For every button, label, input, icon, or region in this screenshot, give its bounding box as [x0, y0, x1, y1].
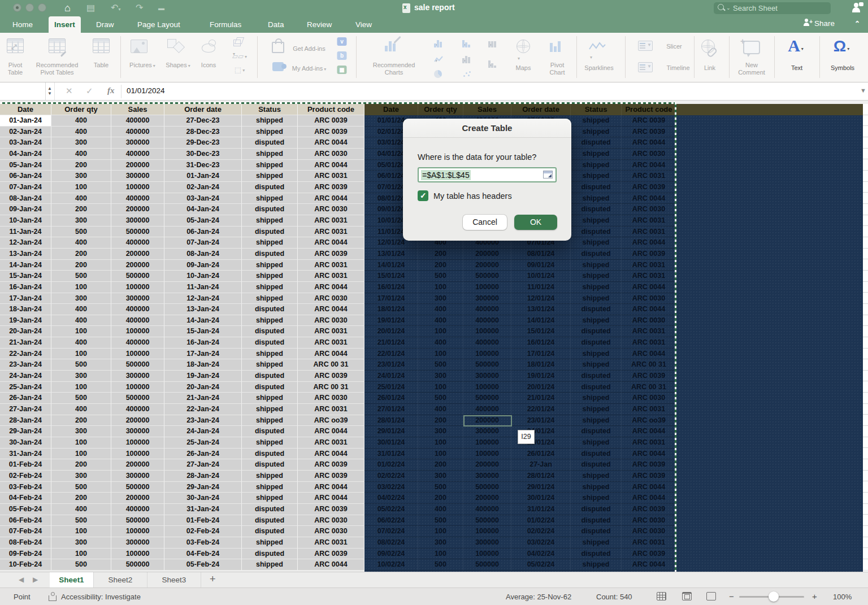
cell[interactable]: shipped: [242, 193, 298, 204]
tab-home[interactable]: Home: [7, 16, 38, 33]
cell[interactable]: 31-Jan-24: [0, 449, 51, 460]
cell[interactable]: 500000: [463, 515, 511, 526]
cell[interactable]: 30-Jan-24: [0, 437, 51, 449]
cell[interactable]: 09-Feb-24: [0, 549, 51, 560]
cell[interactable]: shipped: [242, 559, 298, 571]
cell[interactable]: 12-Jan-24: [164, 293, 242, 304]
cell[interactable]: disputed: [571, 382, 622, 393]
cell[interactable]: 300: [51, 537, 111, 549]
cell[interactable]: disputed: [571, 137, 622, 149]
line-chart-icon[interactable]: [434, 55, 443, 63]
sheet-tab-3[interactable]: Sheet3: [147, 572, 201, 587]
home-icon[interactable]: ⌂: [64, 2, 71, 14]
cell[interactable]: 14-Jan-24: [0, 260, 51, 271]
column-header[interactable]: Date: [364, 104, 418, 115]
shapes-icon[interactable]: [167, 39, 184, 54]
cell[interactable]: 400000: [463, 337, 511, 349]
cell[interactable]: 500000: [111, 559, 164, 571]
my-addins-label[interactable]: My Add-ins: [292, 65, 326, 73]
cell[interactable]: 04-Feb-24: [164, 549, 242, 560]
cell[interactable]: disputed: [571, 304, 622, 315]
cell[interactable]: ARC 0031: [622, 171, 676, 182]
cell[interactable]: 04-Feb-24: [0, 493, 51, 504]
cell[interactable]: 15-Jan-24: [0, 271, 51, 282]
cell[interactable]: 08-Feb-24: [0, 537, 51, 549]
cell[interactable]: 01-Feb-24: [0, 459, 51, 471]
share-button[interactable]: +Share: [804, 19, 835, 28]
cell[interactable]: 100000: [463, 549, 511, 560]
cell[interactable]: 500000: [463, 393, 511, 404]
cell[interactable]: shipped: [242, 149, 298, 160]
cell[interactable]: ARC 00 31: [298, 359, 364, 371]
pivot-chart-icon[interactable]: [550, 38, 565, 53]
range-selector-icon[interactable]: [543, 171, 553, 179]
cell[interactable]: 21-Jan-24: [164, 393, 242, 404]
cell[interactable]: 200000: [111, 249, 164, 260]
cell[interactable]: 300: [51, 293, 111, 304]
cell[interactable]: shipped: [571, 415, 622, 426]
table-range-input[interactable]: =$A$1:$L$45: [418, 167, 557, 182]
cell[interactable]: disputed: [571, 337, 622, 349]
column-header[interactable]: Status: [242, 104, 298, 115]
tab-insert[interactable]: Insert: [49, 16, 81, 33]
cell[interactable]: ARC 00 31: [622, 359, 676, 371]
cell[interactable]: 14-Jan-24: [164, 315, 242, 327]
slicer-icon[interactable]: [638, 41, 653, 51]
cell[interactable]: shipped: [571, 260, 622, 271]
cell[interactable]: 200: [51, 415, 111, 426]
customize-toolbar-icon[interactable]: ▬: [158, 2, 164, 14]
cell[interactable]: 100000: [111, 549, 164, 560]
cell[interactable]: ARC 0031: [622, 271, 676, 282]
sheet-tab-1[interactable]: Sheet1: [50, 572, 94, 587]
cell[interactable]: disputed: [242, 204, 298, 215]
cell[interactable]: 29-Dec-23: [164, 137, 242, 149]
cell[interactable]: 29/01/24: [364, 426, 418, 437]
cell[interactable]: shipped: [571, 437, 622, 449]
cell[interactable]: 400000: [111, 149, 164, 160]
cell[interactable]: shipped: [571, 482, 622, 493]
cell[interactable]: ARC 0030: [622, 526, 676, 537]
cell[interactable]: 10-Jan-24: [0, 215, 51, 227]
cell[interactable]: 15/01/24: [511, 326, 571, 337]
link-icon[interactable]: [701, 40, 716, 54]
cell[interactable]: 100: [51, 349, 111, 360]
save-icon[interactable]: ▤: [86, 2, 95, 14]
cell[interactable]: shipped: [242, 260, 298, 271]
cell[interactable]: 100000: [463, 382, 511, 393]
cell[interactable]: 08-Jan-24: [0, 193, 51, 204]
cell[interactable]: 05-Feb-24: [0, 504, 51, 515]
cell[interactable]: 300000: [111, 371, 164, 382]
cell[interactable]: ARC 0030: [622, 293, 676, 304]
cell[interactable]: disputed: [242, 227, 298, 238]
cell[interactable]: 300: [418, 293, 463, 304]
pictures-label[interactable]: Pictures: [129, 62, 155, 69]
cell[interactable]: 31/01/24: [364, 449, 418, 460]
cell[interactable]: 100: [418, 382, 463, 393]
cell[interactable]: 300000: [463, 293, 511, 304]
sparklines-icon[interactable]: [589, 41, 606, 62]
cell[interactable]: disputed: [571, 426, 622, 437]
cell[interactable]: 100: [51, 437, 111, 449]
cell[interactable]: 08/02/24: [364, 537, 418, 549]
cell[interactable]: 27-Jan-24: [164, 459, 242, 471]
cell[interactable]: 22/01/24: [511, 404, 571, 415]
column-header[interactable]: Sales: [111, 104, 164, 115]
cell[interactable]: 01-Feb-24: [164, 515, 242, 526]
cell[interactable]: ARC 0044: [298, 493, 364, 504]
cell[interactable]: ARC 0030: [298, 149, 364, 160]
close-window-button[interactable]: [13, 3, 21, 12]
cell[interactable]: 21/01/24: [364, 337, 418, 349]
table-label[interactable]: Table: [94, 62, 108, 69]
cell[interactable]: 12/01/24: [511, 293, 571, 304]
cell[interactable]: ARC 0030: [622, 393, 676, 404]
cell[interactable]: 300000: [463, 537, 511, 549]
cell[interactable]: ARC 0031: [622, 326, 676, 337]
cell[interactable]: 01/02/24: [511, 515, 571, 526]
cell[interactable]: 300: [418, 471, 463, 482]
cell[interactable]: shipped: [571, 237, 622, 249]
column-header[interactable]: Order qty: [418, 104, 463, 115]
cell[interactable]: 12-Jan-24: [0, 237, 51, 249]
cell[interactable]: ARC 0044: [298, 559, 364, 571]
cell[interactable]: shipped: [571, 171, 622, 182]
cell[interactable]: 200: [418, 260, 463, 271]
